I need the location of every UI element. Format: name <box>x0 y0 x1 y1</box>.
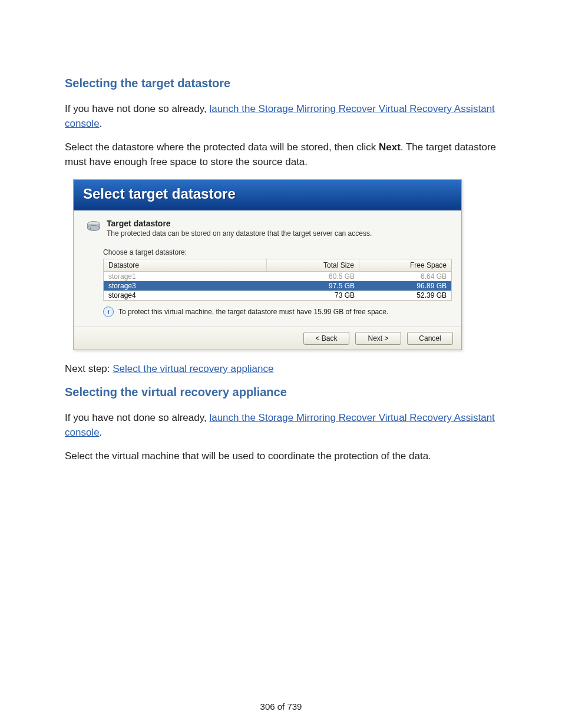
col-datastore[interactable]: Datastore <box>104 259 267 271</box>
next-button[interactable]: Next > <box>355 332 401 345</box>
panel-title: Target datastore <box>107 219 372 228</box>
select-target-datastore-dialog: Select target datastore Target datastore… <box>73 179 462 350</box>
dialog-title: Select target datastore <box>74 180 461 210</box>
dialog-footer: < Back Next > Cancel <box>74 327 461 350</box>
cell-free: 96.89 GB <box>359 281 451 291</box>
next-bold: Next <box>379 141 401 153</box>
info-icon: i <box>103 307 114 317</box>
text: If you have not done so already, <box>65 412 209 423</box>
text: Next step: <box>65 363 113 374</box>
page-number: 306 of 739 <box>0 701 562 711</box>
col-free-space[interactable]: Free Space <box>359 259 451 271</box>
cell-size: 60.5 GB <box>267 272 359 281</box>
info-message: i To protect this virtual machine, the t… <box>103 307 449 317</box>
drive-icon <box>85 219 102 235</box>
next-step-link[interactable]: Select the virtual recovery appliance <box>113 363 273 374</box>
cell-free: 6.64 GB <box>359 272 451 281</box>
cancel-button[interactable]: Cancel <box>407 332 453 345</box>
cell-size: 97.5 GB <box>267 281 359 291</box>
text: . <box>100 118 103 129</box>
cell-name: storage1 <box>104 272 267 281</box>
paragraph: Select the virtual machine that will be … <box>65 449 497 464</box>
next-step-line: Next step: Select the virtual recovery a… <box>65 362 497 377</box>
cell-size: 73 GB <box>267 291 359 300</box>
section-title-datastore: Selecting the target datastore <box>65 77 497 90</box>
text: . <box>100 427 103 438</box>
table-row[interactable]: storage4 73 GB 52.39 GB <box>104 291 451 300</box>
panel-subtitle: The protected data can be stored on any … <box>107 229 372 238</box>
cell-free: 52.39 GB <box>359 291 451 300</box>
col-total-size[interactable]: Total Size <box>267 259 359 271</box>
datastore-table[interactable]: Datastore Total Size Free Space storage1… <box>103 259 452 301</box>
svg-point-2 <box>90 228 91 229</box>
table-row: storage1 60.5 GB 6.64 GB <box>104 272 451 281</box>
text: If you have not done so already, <box>65 103 209 114</box>
section-title-vra: Selecting the virtual recovery appliance <box>65 386 497 399</box>
paragraph: If you have not done so already, launch … <box>65 411 497 440</box>
paragraph: If you have not done so already, launch … <box>65 102 497 131</box>
cell-name: storage3 <box>104 281 267 291</box>
dialog-body: Target datastore The protected data can … <box>74 210 461 327</box>
back-button[interactable]: < Back <box>303 332 349 345</box>
info-text: To protect this virtual machine, the tar… <box>118 308 388 316</box>
paragraph: Select the datastore where the protected… <box>65 140 497 169</box>
choose-datastore-label: Choose a target datastore: <box>103 248 449 256</box>
table-header: Datastore Total Size Free Space <box>104 259 451 272</box>
text: Select the datastore where the protected… <box>65 141 379 153</box>
cell-name: storage4 <box>104 291 267 300</box>
table-row[interactable]: storage3 97.5 GB 96.89 GB <box>104 281 451 291</box>
